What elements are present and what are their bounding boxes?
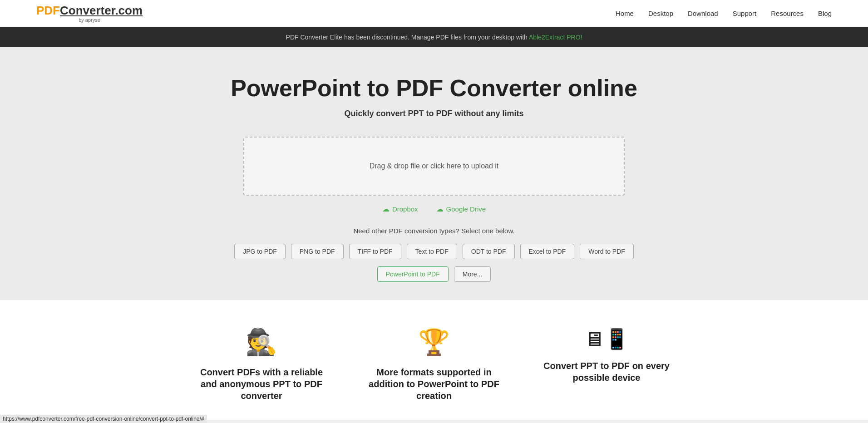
conv-png-to-pdf[interactable]: PNG to PDF xyxy=(291,244,344,259)
conv-powerpoint-to-pdf[interactable]: PowerPoint to PDF xyxy=(377,266,449,282)
conversion-types-row1: JPG to PDF PNG to PDF TIFF to PDF Text t… xyxy=(9,244,859,259)
dropbox-icon: ☁ xyxy=(382,205,390,213)
site-header: PDFConverter.com by apryse Home Desktop … xyxy=(0,0,868,27)
conversion-label: Need other PDF conversion types? Select … xyxy=(9,227,859,235)
logo-converter: Converter.com xyxy=(60,4,143,17)
google-drive-label: Google Drive xyxy=(446,205,486,213)
conv-jpg-to-pdf[interactable]: JPG to PDF xyxy=(234,244,286,259)
status-url: https://www.pdfconverter.com/free-pdf-co… xyxy=(3,416,204,420)
conv-word-to-pdf[interactable]: Word to PDF xyxy=(580,244,634,259)
main-nav: Home Desktop Download Support Resources … xyxy=(616,10,832,17)
logo-byline: by apryse xyxy=(79,17,100,23)
logo[interactable]: PDFConverter.com by apryse xyxy=(36,5,143,23)
banner-text: PDF Converter Elite has been discontinue… xyxy=(286,34,529,41)
logo-pdf: PDF xyxy=(36,4,60,17)
hero-section: PowerPoint to PDF Converter online Quick… xyxy=(0,47,868,300)
conv-tiff-to-pdf[interactable]: TIFF to PDF xyxy=(349,244,401,259)
nav-resources[interactable]: Resources xyxy=(771,10,804,17)
page-title: PowerPoint to PDF Converter online xyxy=(9,74,859,102)
status-bar: https://www.pdfconverter.com/free-pdf-co… xyxy=(0,415,207,420)
trophy-icon: 🏆 xyxy=(366,327,502,357)
nav-desktop[interactable]: Desktop xyxy=(648,10,673,17)
conv-more[interactable]: More... xyxy=(454,266,491,282)
feature-anonymous-title: Convert PDFs with a reliable and anonymo… xyxy=(193,366,330,402)
feature-devices-title: Convert PPT to PDF on every possible dev… xyxy=(538,360,675,384)
google-drive-icon: ☁ xyxy=(436,205,444,213)
upload-dropzone[interactable]: Drag & drop file or click here to upload… xyxy=(243,137,625,196)
nav-support[interactable]: Support xyxy=(733,10,757,17)
announcement-banner: PDF Converter Elite has been discontinue… xyxy=(0,27,868,47)
devices-icon: 🖥📱 xyxy=(538,327,675,351)
nav-download[interactable]: Download xyxy=(688,10,718,17)
conv-excel-to-pdf[interactable]: Excel to PDF xyxy=(520,244,575,259)
nav-blog[interactable]: Blog xyxy=(818,10,832,17)
feature-formats: 🏆 More formats supported in addition to … xyxy=(366,327,502,402)
banner-link[interactable]: Able2Extract PRO! xyxy=(529,34,582,41)
nav-home[interactable]: Home xyxy=(616,10,634,17)
spy-icon: 🕵 xyxy=(193,327,330,357)
conv-text-to-pdf[interactable]: Text to PDF xyxy=(407,244,457,259)
conversion-types-row2: PowerPoint to PDF More... xyxy=(9,266,859,282)
google-drive-button[interactable]: ☁ Google Drive xyxy=(436,205,486,213)
hero-subtitle: Quickly convert PPT to PDF without any l… xyxy=(9,109,859,118)
cloud-buttons-row: ☁ Dropbox ☁ Google Drive xyxy=(9,205,859,213)
dropbox-button[interactable]: ☁ Dropbox xyxy=(382,205,418,213)
feature-formats-title: More formats supported in addition to Po… xyxy=(366,366,502,402)
feature-devices: 🖥📱 Convert PPT to PDF on every possible … xyxy=(538,327,675,402)
conv-odt-to-pdf[interactable]: ODT to PDF xyxy=(463,244,515,259)
features-section: 🕵 Convert PDFs with a reliable and anony… xyxy=(0,300,868,420)
upload-label: Drag & drop file or click here to upload… xyxy=(370,162,499,170)
feature-anonymous: 🕵 Convert PDFs with a reliable and anony… xyxy=(193,327,330,402)
dropbox-label: Dropbox xyxy=(392,205,418,213)
